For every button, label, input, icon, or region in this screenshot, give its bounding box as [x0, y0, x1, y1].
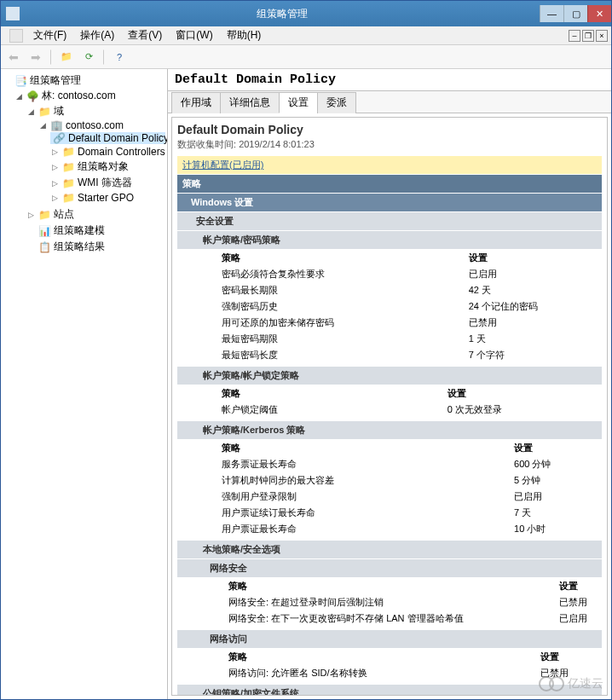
network-security-table: 策略设置 网络安全: 在超过登录时间后强制注销已禁用 网络安全: 在下一次更改密…: [177, 578, 602, 627]
body-split: 📑组策略管理 ◢🌳林: contoso.com ◢📁域 ◢🏢contoso.co…: [1, 69, 611, 699]
gpo-link-icon: 🔗: [53, 132, 66, 144]
back-button[interactable]: ⬅: [4, 48, 23, 67]
folder-icon: 📁: [61, 161, 75, 173]
table-row: 最短密码长度7 个字符: [177, 347, 602, 363]
separator: [50, 49, 52, 65]
tree-sites[interactable]: ▷📁站点: [26, 206, 165, 223]
section-network-access[interactable]: 网络访问: [177, 630, 602, 649]
filter-icon: 📁: [61, 177, 75, 189]
table-row: 用可还原的加密来储存密码已禁用: [177, 315, 602, 331]
menu-file[interactable]: 文件(F): [26, 26, 73, 44]
kerberos-policy-table: 策略设置 服务票证最长寿命600 分钟 计算机时钟同步的最大容差5 分钟 强制用…: [177, 440, 602, 537]
tree-ou-dc[interactable]: ▷📁Domain Controllers: [50, 145, 165, 159]
window-title: 组策略管理: [25, 7, 540, 21]
refresh-button[interactable]: ⟳: [79, 48, 98, 67]
folder-icon: 📁: [61, 192, 75, 204]
menu-view[interactable]: 查看(V): [121, 26, 169, 44]
section-kerberos-policy[interactable]: 帐户策略/Kerberos 策略: [177, 421, 602, 440]
tree-gpo-objects[interactable]: ▷📁组策略对象: [50, 159, 165, 175]
table-row: 网络安全: 在超过登录时间后强制注销已禁用: [177, 594, 602, 610]
tab-scope[interactable]: 作用域: [171, 92, 221, 113]
menu-window[interactable]: 窗口(W): [169, 26, 219, 44]
titlebar[interactable]: 组策略管理 — ▢ ✕: [1, 1, 611, 26]
report-collected: 数据收集时间: 2019/2/14 8:01:23: [177, 138, 602, 151]
table-row: 最短密码期限1 天: [177, 331, 602, 347]
menubar: 文件(F) 操作(A) 查看(V) 窗口(W) 帮助(H) – ❐ ×: [1, 26, 611, 45]
tree-domains[interactable]: ◢📁域 ◢🏢contoso.com 🔗Default Domain Policy…: [26, 103, 165, 206]
tree-wmi[interactable]: ▷📁WMI 筛选器: [50, 175, 165, 191]
folder-icon: 📁: [38, 106, 51, 118]
section-network-security[interactable]: 网络安全: [177, 559, 602, 578]
mdi-minimize-button[interactable]: –: [569, 30, 580, 42]
tab-delegation[interactable]: 委派: [317, 92, 356, 113]
close-button[interactable]: ✕: [587, 5, 611, 22]
menu-help[interactable]: 帮助(H): [220, 26, 268, 44]
mmc-icon: 📑: [14, 75, 27, 87]
table-row: 密码最长期限42 天: [177, 282, 602, 298]
table-row: 用户票证续订最长寿命7 天: [177, 505, 602, 521]
arrow-right-icon: ➡: [31, 50, 41, 64]
menu-action[interactable]: 操作(A): [73, 26, 121, 44]
minimize-button[interactable]: —: [540, 5, 563, 22]
mdi-restore-button[interactable]: ❐: [582, 30, 594, 42]
results-icon: 📋: [38, 241, 51, 253]
window-buttons: — ▢ ✕: [540, 5, 611, 22]
table-row: 帐户锁定阈值0 次无效登录: [177, 402, 602, 418]
separator: [103, 49, 105, 65]
toolbar: ⬅ ➡ 📁 ⟳ ?: [1, 45, 611, 69]
table-row: 服务票证最长寿命600 分钟: [177, 456, 602, 472]
app-icon: [6, 7, 20, 20]
sites-icon: 📁: [38, 209, 51, 221]
table-row: 网络安全: 在下一次更改密码时不存储 LAN 管理器哈希值已启用: [177, 610, 602, 627]
table-row: 强制用户登录限制已启用: [177, 489, 602, 505]
table-row: 用户票证最长寿命10 小时: [177, 521, 602, 537]
tree-results[interactable]: 📋组策略结果: [26, 239, 165, 255]
table-row: 强制密码历史24 个记住的密码: [177, 298, 602, 315]
section-windows-settings[interactable]: Windows 设置: [177, 194, 602, 212]
maximize-button[interactable]: ▢: [563, 5, 587, 22]
help-button[interactable]: ?: [110, 48, 129, 67]
tree-pane[interactable]: 📑组策略管理 ◢🌳林: contoso.com ◢📁域 ◢🏢contoso.co…: [1, 69, 168, 699]
tree-domain[interactable]: ◢🏢contoso.com 🔗Default Domain Policy ▷📁D…: [38, 119, 165, 205]
table-row: 计算机时钟同步的最大容差5 分钟: [177, 472, 602, 489]
section-lockout-policy[interactable]: 帐户策略/帐户锁定策略: [177, 367, 602, 385]
section-local-security[interactable]: 本地策略/安全选项: [177, 541, 602, 559]
content-pane: Default Domain Policy 作用域 详细信息 设置 委派 Def…: [168, 69, 611, 699]
watermark: 亿速云: [539, 676, 603, 691]
section-password-policy[interactable]: 帐户策略/密码策略: [177, 231, 602, 250]
domain-icon: 🏢: [49, 119, 63, 131]
lockout-policy-table: 策略设置 帐户锁定阈值0 次无效登录: [177, 385, 602, 418]
modeling-icon: 📊: [38, 225, 51, 237]
tree-gpo-default[interactable]: 🔗Default Domain Policy: [50, 131, 165, 145]
tab-details[interactable]: 详细信息: [220, 92, 280, 113]
tree-modeling[interactable]: 📊组策略建模: [26, 223, 165, 239]
cloud-icon: [549, 676, 564, 691]
section-security-settings[interactable]: 安全设置: [177, 212, 602, 231]
content-title: Default Domain Policy: [168, 69, 611, 91]
console-icon: [9, 29, 23, 43]
password-policy-table: 策略设置 密码必须符合复杂性要求已启用 密码最长期限42 天 强制密码历史24 …: [177, 250, 602, 363]
section-policies[interactable]: 策略: [177, 175, 602, 194]
report-title: Default Domain Policy: [177, 123, 602, 136]
tree-forest[interactable]: ◢🌳林: contoso.com ◢📁域 ◢🏢contoso.com 🔗D: [14, 88, 165, 256]
main-window: 组策略管理 — ▢ ✕ 文件(F) 操作(A) 查看(V) 窗口(W) 帮助(H…: [0, 0, 612, 700]
mdi-close-button[interactable]: ×: [596, 30, 608, 42]
folder-up-icon: 📁: [61, 51, 72, 62]
up-button[interactable]: 📁: [57, 48, 76, 67]
section-computer-config[interactable]: 计算机配置(已启用): [177, 156, 602, 175]
tree-root[interactable]: 📑组策略管理 ◢🌳林: contoso.com ◢📁域 ◢🏢contoso.co…: [3, 72, 165, 257]
forward-button[interactable]: ➡: [26, 48, 45, 67]
settings-report[interactable]: Default Domain Policy 数据收集时间: 2019/2/14 …: [171, 117, 608, 696]
tree-starter[interactable]: ▷📁Starter GPO: [50, 191, 165, 205]
tab-settings[interactable]: 设置: [279, 92, 318, 113]
help-icon: ?: [117, 52, 122, 62]
tabstrip: 作用域 详细信息 设置 委派: [168, 91, 611, 113]
forest-icon: 🌳: [26, 90, 39, 102]
table-row: 密码必须符合复杂性要求已启用: [177, 266, 602, 282]
arrow-left-icon: ⬅: [9, 50, 19, 64]
ou-icon: 📁: [61, 146, 75, 158]
refresh-icon: ⟳: [85, 51, 93, 62]
